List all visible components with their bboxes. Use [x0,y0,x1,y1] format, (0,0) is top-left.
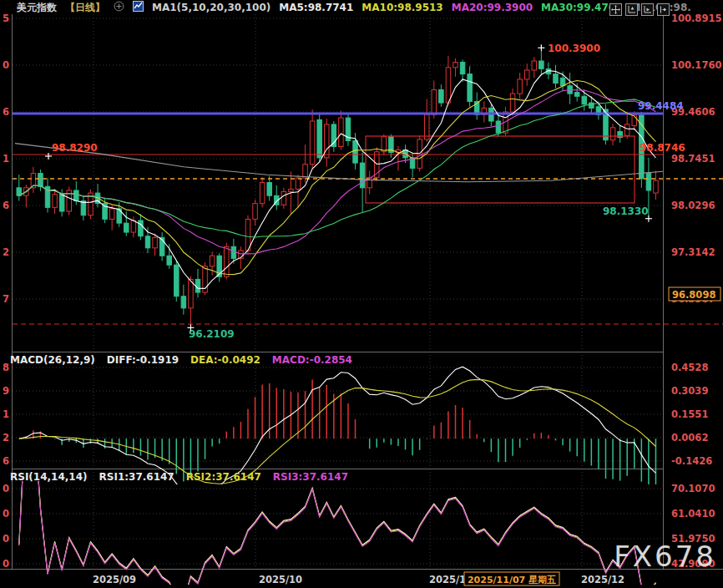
svg-text:100.8915: 100.8915 [671,13,721,24]
macd-diff-value: DIFF:-0.1919 [107,354,179,366]
macd-macd-value: MACD:-0.2854 [272,354,352,366]
svg-text:98.8290: 98.8290 [52,142,98,154]
candle[interactable] [174,261,179,302]
svg-text:99.4484: 99.4484 [638,100,684,112]
rsi2-value: RSI2:37.6147 [186,471,261,483]
svg-text:0.3039: 0.3039 [671,385,708,397]
candle[interactable] [382,134,387,155]
axis-scale-up-icon[interactable] [625,3,638,16]
rsi1-value: RSI1:37.6147 [99,471,174,483]
svg-text:0: 0 [3,558,9,570]
svg-text:98.0296: 98.0296 [671,200,715,211]
svg-text:96.2109: 96.2109 [189,328,235,340]
svg-text:8: 8 [3,362,9,373]
rsi-header: RSI(14,14,14) RSI1:37.6147 RSI2:37.6147 … [10,470,348,484]
svg-text:1: 1 [3,408,9,420]
rsi3-value: RSI3:37.6147 [273,471,348,483]
instrument-title: 美元指数 [17,1,57,15]
svg-text:70.1070: 70.1070 [671,483,715,494]
chart-toolbar [606,3,670,16]
macd-header: MACD(26,12,9) DIFF:-0.1919 DEA:-0.0492 M… [10,353,352,367]
svg-text:2025/12: 2025/12 [581,574,624,585]
svg-text:9: 9 [3,385,9,397]
svg-text:6: 6 [3,106,9,118]
rsi-params-label: RSI(14,14,14) [10,471,88,483]
crosshair-date-label: 2025/11/07 星期五 [464,572,559,585]
chart-type-icon[interactable] [133,1,144,14]
ma5-value: MA5:98.7741 [279,2,353,13]
svg-text:98.1330: 98.1330 [603,205,649,217]
add-indicator-icon[interactable] [114,1,124,14]
macd-dea-value: DEA:-0.0492 [190,354,260,366]
svg-text:1: 1 [3,153,9,165]
svg-text:2: 2 [3,246,9,258]
candle[interactable] [88,189,94,219]
macd-params-label: MACD(26,12,9) [10,354,95,366]
ma-params-label: MA1(5,10,20,30,100) [152,2,270,13]
watermark: FX678 [614,540,716,573]
svg-text:0.0062: 0.0062 [671,432,708,444]
price-chart[interactable]: 100.8915100.176099.460698.745198.029697.… [0,0,723,588]
svg-text:0.1551: 0.1551 [671,408,708,420]
candle[interactable] [67,186,72,215]
svg-text:0: 0 [3,59,9,71]
pan-tool-icon[interactable] [609,3,622,16]
svg-text:100.3900: 100.3900 [548,43,600,54]
svg-text:98.7451: 98.7451 [671,153,715,165]
axis-scale-right-icon[interactable] [641,3,654,16]
svg-text:2: 2 [3,432,9,444]
current-price-axis-box: 96.8098 [669,287,720,301]
svg-text:7: 7 [3,293,9,305]
svg-text:6: 6 [3,200,9,211]
svg-text:100.1760: 100.1760 [671,59,721,71]
svg-text:6: 6 [3,455,9,467]
svg-text:97.3142: 97.3142 [671,246,715,258]
ma10-value: MA10:98.9513 [362,2,442,13]
svg-text:2025/09: 2025/09 [93,574,136,585]
svg-text:5: 5 [3,13,9,24]
ma20-value: MA20:99.3900 [452,2,533,13]
svg-text:96.8098: 96.8098 [672,289,715,301]
chart-app: 100.8915100.176099.460698.745198.029697.… [0,0,723,588]
svg-text:-0.1426: -0.1426 [671,455,712,467]
svg-text:2025/10: 2025/10 [259,574,302,585]
svg-text:98.8746: 98.8746 [640,142,685,154]
main-header: 美元指数 【日线】 MA1(5,10,20,30,100) MA5:98.774… [17,1,691,14]
svg-text:2025/11/07 星期五: 2025/11/07 星期五 [468,575,556,585]
period-tag: 【日线】 [65,1,105,15]
svg-text:0.4528: 0.4528 [671,362,708,373]
candle[interactable] [346,114,351,146]
svg-text:0: 0 [3,508,9,520]
shift-right-icon[interactable] [657,3,670,16]
svg-text:0: 0 [3,483,9,494]
svg-text:61.0410: 61.0410 [671,508,715,520]
svg-text:0: 0 [3,533,9,545]
